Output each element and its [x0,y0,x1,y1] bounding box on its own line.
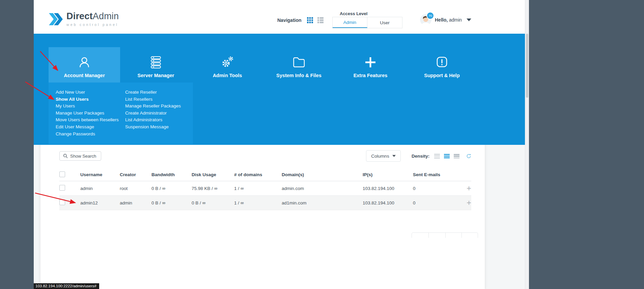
pagination-bar[interactable] [412,232,478,238]
density-compact-icon[interactable] [454,154,459,158]
exclamation-help-icon [435,56,449,69]
tab-admin[interactable]: Admin [333,17,367,28]
column-header: Bandwidth [151,172,192,177]
density-comfortable-icon[interactable] [434,154,440,158]
pagination-segment[interactable] [462,233,478,238]
gears-icon [221,56,234,69]
tab-user[interactable]: User [367,17,402,28]
nav-item-admin-tools[interactable]: Admin Tools [192,34,263,83]
dropdown-column: Create Reseller List Resellers Manage Re… [125,89,193,144]
pagination-segment[interactable] [412,233,429,238]
column-header: Disk Usage [192,172,234,177]
access-level-label: Access Level [340,11,402,16]
pagination-segment[interactable] [429,233,446,238]
app-header: DirectAdmin web control panel Navigation [34,0,525,34]
search-icon [63,154,68,158]
chevron-down-icon[interactable] [467,19,471,21]
nav-item-support-help[interactable]: Support & Help [406,34,478,83]
menu-item-list-administrators[interactable]: List Administrators [125,117,193,124]
account-manager-dropdown: Add New User Show All Users My Users Man… [49,83,193,144]
menu-item-manage-user-packages[interactable]: Manage User Packages [56,110,125,117]
user-menu[interactable]: 70 Hello, admin [420,13,471,26]
column-header: Sent E-mails [413,172,460,177]
menu-item-show-all-users[interactable]: Show All Users [56,96,125,103]
logo-title-bold: Direct [66,11,93,21]
nav-item-label: Support & Help [424,73,460,78]
menu-item-list-resellers[interactable]: List Resellers [125,96,193,103]
columns-dropdown[interactable]: Columns [366,150,401,162]
nav-item-label: Admin Tools [213,73,242,78]
access-level-tabs: Admin User [332,17,402,28]
users-table: Username Creator Bandwidth Disk Usage # … [59,168,471,210]
directadmin-logo[interactable]: DirectAdmin web control panel [49,11,119,27]
scrollbar-thumb[interactable] [526,34,528,98]
pagination-segment[interactable] [446,233,462,238]
user-greeting: Hello, admin [435,17,462,23]
cell-disk-usage: 0 B / ∞ [192,200,234,205]
cell-username[interactable]: admin [80,186,120,191]
browser-viewport: BACK Show Search Columns [34,0,529,289]
cell-ips: 103.82.194.100 [363,200,413,205]
density-controls: Density: [412,150,471,162]
menu-item-change-passwords[interactable]: Change Passwords [56,131,125,138]
cell-domains: admin.com [282,186,363,191]
table-row[interactable]: admin12 admin 0 B / ∞ 0 B / ∞ 1 / ∞ ad1m… [59,196,471,210]
desktop-backdrop: BACK Show Search Columns [0,0,644,289]
list-view-icon[interactable] [317,17,324,23]
scrollbar[interactable] [525,0,529,289]
cell-sent-emails: 0 [413,200,460,205]
cell-bandwidth: 0 B / ∞ [151,200,192,205]
menu-item-edit-user-message[interactable]: Edit User Message [56,124,125,131]
row-checkbox[interactable] [59,185,65,191]
refresh-icon[interactable] [466,154,471,159]
status-url-tooltip: 103.82.194.100:2222/admin/users# [34,283,99,289]
menu-item-create-administrator[interactable]: Create Administrator [125,110,193,117]
notification-badge: 70 [426,12,434,20]
greeting-hello: Hello, [435,17,448,23]
expand-row-icon[interactable]: + [460,185,471,192]
plus-icon [364,56,377,69]
column-header: Domain(s) [282,172,363,177]
menu-item-suspension-message[interactable]: Suspension Message [125,124,193,131]
avatar[interactable]: 70 [420,14,431,26]
nav-item-label: Account Manager [64,73,105,78]
cell-username[interactable]: admin12 [80,200,120,205]
cell-num-domains: 1 / ∞ [234,186,282,191]
column-header: Username [80,172,120,177]
page-content: BACK Show Search Columns [34,0,525,289]
person-icon [78,56,91,69]
grid-view-icon[interactable] [307,17,313,23]
expand-row-icon[interactable]: + [460,199,471,206]
table-header-row: Username Creator Bandwidth Disk Usage # … [59,168,471,181]
column-header: IP(s) [363,172,413,177]
server-stack-icon [149,56,163,69]
nav-item-account-manager[interactable]: Account Manager [49,34,120,83]
density-label: Density: [412,154,429,159]
menu-item-manage-reseller-packages[interactable]: Manage Reseller Packages [125,103,193,110]
cell-sent-emails: 0 [413,186,460,191]
cell-domains: ad1min.com [282,200,363,205]
greeting-username: admin [449,17,462,23]
cell-bandwidth: 0 B / ∞ [151,186,192,191]
density-normal-icon[interactable] [444,154,450,158]
menu-item-move-users-between-resellers[interactable]: Move Users between Resellers [56,117,125,124]
folder-icon [292,56,306,69]
column-header: # of domains [234,172,282,177]
nav-item-extra-features[interactable]: Extra Features [335,34,406,83]
row-checkbox[interactable] [59,199,65,205]
logo-title-light: Admin [93,11,119,21]
show-search-button[interactable]: Show Search [59,151,101,161]
cell-disk-usage: 75.98 KB / ∞ [192,186,234,191]
logo-subtitle: web control panel [66,23,119,27]
menu-item-my-users[interactable]: My Users [56,103,125,110]
table-row[interactable]: admin root 0 B / ∞ 75.98 KB / ∞ 1 / ∞ ad… [59,181,471,196]
cell-ips: 103.82.194.100 [363,186,413,191]
menu-item-add-new-user[interactable]: Add New User [56,89,125,96]
navigation-switcher: Navigation [277,15,324,25]
chevrons-logo-icon [49,13,63,25]
select-all-checkbox[interactable] [59,171,65,177]
menu-item-create-reseller[interactable]: Create Reseller [125,89,193,96]
columns-label: Columns [371,154,389,159]
nav-item-server-manager[interactable]: Server Manager [120,34,192,83]
nav-item-system-info-files[interactable]: System Info & Files [263,34,335,83]
